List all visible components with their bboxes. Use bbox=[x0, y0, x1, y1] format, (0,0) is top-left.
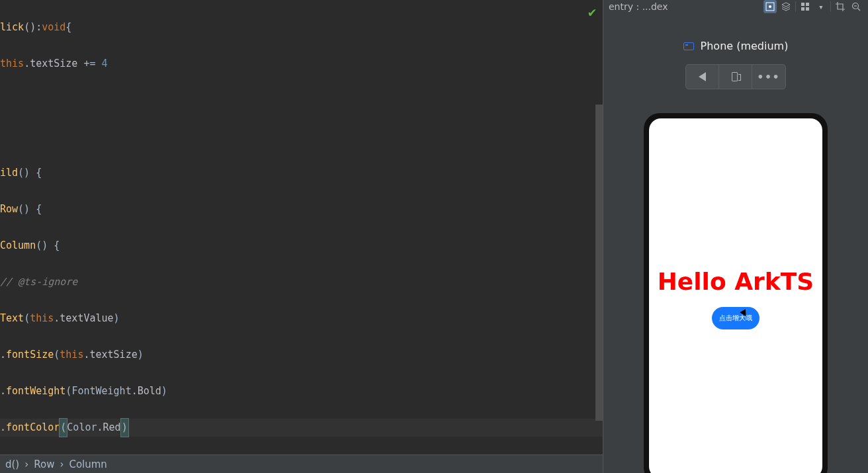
preview-toolbar: ▾ bbox=[763, 0, 863, 13]
breadcrumb-bar: d() › Row › Column bbox=[0, 454, 603, 473]
divider bbox=[830, 1, 831, 12]
code-area[interactable]: ✔ lick():void{ this.textSize += 4 ild() … bbox=[0, 0, 603, 454]
svg-rect-3 bbox=[806, 3, 809, 6]
phone-screen[interactable]: Hello ArkTS 点击增大哦 bbox=[649, 118, 822, 473]
code-content[interactable]: lick():void{ this.textSize += 4 ild() { … bbox=[0, 0, 603, 454]
chevron-right-icon: › bbox=[24, 458, 28, 470]
code-editor-pane: ✔ lick():void{ this.textSize += 4 ild() … bbox=[0, 0, 603, 473]
preview-title: entry : ...dex bbox=[609, 1, 758, 12]
more-button[interactable]: ••• bbox=[752, 65, 785, 89]
breadcrumb-item[interactable]: Column bbox=[69, 458, 107, 470]
inspector-icon[interactable] bbox=[763, 0, 777, 13]
crop-icon[interactable] bbox=[834, 0, 847, 13]
svg-point-1 bbox=[769, 5, 771, 8]
editor-scrollbar[interactable] bbox=[595, 0, 603, 423]
device-label-row[interactable]: Phone (medium) bbox=[683, 40, 789, 52]
preview-pane: entry : ...dex ▾ bbox=[603, 0, 868, 473]
breadcrumb-item[interactable]: d() bbox=[5, 458, 19, 470]
preview-header: entry : ...dex ▾ bbox=[603, 0, 868, 13]
scrollbar-thumb[interactable] bbox=[595, 105, 603, 421]
rotate-button[interactable] bbox=[719, 65, 752, 89]
device-icon bbox=[683, 42, 694, 50]
divider bbox=[795, 1, 796, 12]
svg-rect-4 bbox=[801, 7, 804, 11]
grid-icon[interactable] bbox=[799, 0, 812, 13]
chevron-right-icon: › bbox=[60, 458, 64, 470]
svg-rect-2 bbox=[801, 3, 804, 6]
layers-icon[interactable] bbox=[779, 0, 793, 13]
hello-text: Hello ArkTS bbox=[658, 268, 814, 295]
preview-controls: ••• bbox=[685, 64, 786, 89]
back-button[interactable] bbox=[686, 65, 719, 89]
breadcrumb-item[interactable]: Row bbox=[34, 458, 54, 470]
phone-frame: Hello ArkTS 点击增大哦 bbox=[644, 113, 828, 473]
device-label: Phone (medium) bbox=[701, 40, 789, 52]
svg-rect-5 bbox=[806, 7, 809, 11]
increase-button[interactable]: 点击增大哦 bbox=[712, 307, 760, 329]
svg-line-7 bbox=[858, 9, 861, 11]
zoom-out-icon[interactable] bbox=[849, 0, 863, 13]
dropdown-icon[interactable]: ▾ bbox=[814, 0, 828, 13]
preview-body: Phone (medium) ••• Hello ArkTS 点击增大哦 bbox=[603, 13, 868, 473]
